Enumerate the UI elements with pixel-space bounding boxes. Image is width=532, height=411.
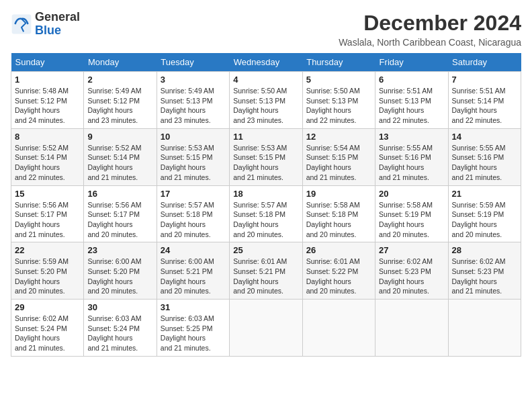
day-number: 27 <box>379 245 444 255</box>
day-number: 29 <box>15 302 80 312</box>
calendar-cell: 13 Sunrise: 5:55 AM Sunset: 5:16 PM Dayl… <box>375 128 448 185</box>
calendar-cell: 15 Sunrise: 5:56 AM Sunset: 5:17 PM Dayl… <box>11 185 84 242</box>
day-number: 13 <box>379 132 444 142</box>
day-info: Sunrise: 6:02 AM Sunset: 5:24 PM Dayligh… <box>15 314 80 353</box>
day-info: Sunrise: 6:03 AM Sunset: 5:25 PM Dayligh… <box>161 314 226 353</box>
calendar-cell: 18 Sunrise: 5:57 AM Sunset: 5:18 PM Dayl… <box>230 185 302 242</box>
calendar-cell: 20 Sunrise: 5:58 AM Sunset: 5:19 PM Dayl… <box>375 185 448 242</box>
day-info: Sunrise: 6:01 AM Sunset: 5:22 PM Dayligh… <box>306 257 371 296</box>
day-info: Sunrise: 5:51 AM Sunset: 5:14 PM Dayligh… <box>452 86 517 126</box>
day-info: Sunrise: 5:53 AM Sunset: 5:15 PM Dayligh… <box>233 143 298 183</box>
day-number: 1 <box>15 75 80 85</box>
calendar-cell: 1 Sunrise: 5:48 AM Sunset: 5:12 PM Dayli… <box>11 72 84 129</box>
calendar-cell: 25 Sunrise: 6:01 AM Sunset: 5:21 PM Dayl… <box>230 242 302 300</box>
calendar-cell: 10 Sunrise: 5:53 AM Sunset: 5:15 PM Dayl… <box>157 128 229 185</box>
page-header: General Blue December 2024 Waslala, Nort… <box>11 11 521 48</box>
day-info: Sunrise: 5:54 AM Sunset: 5:15 PM Dayligh… <box>306 143 371 183</box>
calendar-cell: 21 Sunrise: 5:59 AM Sunset: 5:19 PM Dayl… <box>448 185 521 242</box>
day-info: Sunrise: 5:57 AM Sunset: 5:18 PM Dayligh… <box>161 200 226 240</box>
logo-text: General Blue <box>35 11 80 38</box>
day-number: 4 <box>233 75 298 85</box>
day-info: Sunrise: 6:02 AM Sunset: 5:23 PM Dayligh… <box>379 257 444 296</box>
title-section: December 2024 Waslala, North Caribbean C… <box>339 11 521 48</box>
day-info: Sunrise: 5:51 AM Sunset: 5:13 PM Dayligh… <box>379 86 444 126</box>
day-number: 17 <box>161 189 226 199</box>
day-number: 3 <box>161 75 226 85</box>
day-number: 28 <box>452 245 517 255</box>
day-info: Sunrise: 5:52 AM Sunset: 5:14 PM Dayligh… <box>87 143 152 183</box>
day-number: 22 <box>15 245 80 255</box>
day-info: Sunrise: 5:56 AM Sunset: 5:17 PM Dayligh… <box>87 200 152 240</box>
calendar-cell: 30 Sunrise: 6:03 AM Sunset: 5:24 PM Dayl… <box>84 300 157 357</box>
calendar-cell: 14 Sunrise: 5:55 AM Sunset: 5:16 PM Dayl… <box>448 128 521 185</box>
day-number: 25 <box>233 245 298 255</box>
calendar-cell: 5 Sunrise: 5:50 AM Sunset: 5:13 PM Dayli… <box>302 72 375 129</box>
calendar-cell: 7 Sunrise: 5:51 AM Sunset: 5:14 PM Dayli… <box>448 72 521 129</box>
day-info: Sunrise: 5:55 AM Sunset: 5:16 PM Dayligh… <box>452 143 517 183</box>
location-subtitle: Waslala, North Caribbean Coast, Nicaragu… <box>339 37 521 48</box>
calendar-cell: 31 Sunrise: 6:03 AM Sunset: 5:25 PM Dayl… <box>157 300 229 357</box>
calendar-day-header: Saturday <box>448 53 521 72</box>
calendar-cell: 6 Sunrise: 5:51 AM Sunset: 5:13 PM Dayli… <box>375 72 448 129</box>
day-number: 5 <box>306 75 371 85</box>
day-number: 11 <box>233 132 298 142</box>
day-number: 20 <box>379 189 444 199</box>
day-info: Sunrise: 5:49 AM Sunset: 5:13 PM Dayligh… <box>161 86 226 126</box>
day-info: Sunrise: 6:02 AM Sunset: 5:23 PM Dayligh… <box>452 257 517 296</box>
day-info: Sunrise: 5:48 AM Sunset: 5:12 PM Dayligh… <box>15 86 80 126</box>
day-info: Sunrise: 5:59 AM Sunset: 5:19 PM Dayligh… <box>452 200 517 240</box>
day-number: 31 <box>161 302 226 312</box>
calendar-day-header: Wednesday <box>230 53 302 72</box>
day-number: 6 <box>379 75 444 85</box>
calendar-cell: 24 Sunrise: 6:00 AM Sunset: 5:21 PM Dayl… <box>157 242 229 300</box>
day-number: 26 <box>306 245 371 255</box>
day-number: 15 <box>15 189 80 199</box>
month-year-title: December 2024 <box>339 11 521 36</box>
day-info: Sunrise: 5:50 AM Sunset: 5:13 PM Dayligh… <box>306 86 371 126</box>
logo: General Blue <box>11 11 80 38</box>
calendar-cell: 16 Sunrise: 5:56 AM Sunset: 5:17 PM Dayl… <box>84 185 157 242</box>
calendar-cell: 19 Sunrise: 5:58 AM Sunset: 5:18 PM Dayl… <box>302 185 375 242</box>
calendar-cell: 17 Sunrise: 5:57 AM Sunset: 5:18 PM Dayl… <box>157 185 229 242</box>
calendar-day-header: Tuesday <box>157 53 229 72</box>
calendar-cell: 12 Sunrise: 5:54 AM Sunset: 5:15 PM Dayl… <box>302 128 375 185</box>
day-number: 24 <box>161 245 226 255</box>
day-number: 16 <box>87 189 152 199</box>
day-number: 30 <box>87 302 152 312</box>
svg-rect-0 <box>12 14 32 34</box>
calendar-cell <box>230 300 302 357</box>
logo-icon <box>11 13 32 35</box>
day-number: 12 <box>306 132 371 142</box>
day-info: Sunrise: 5:49 AM Sunset: 5:12 PM Dayligh… <box>87 86 152 126</box>
calendar-cell <box>448 300 521 357</box>
calendar-cell: 23 Sunrise: 6:00 AM Sunset: 5:20 PM Dayl… <box>84 242 157 300</box>
calendar-cell: 22 Sunrise: 5:59 AM Sunset: 5:20 PM Dayl… <box>11 242 84 300</box>
calendar-day-header: Thursday <box>302 53 375 72</box>
day-info: Sunrise: 6:00 AM Sunset: 5:21 PM Dayligh… <box>161 257 226 296</box>
calendar-cell: 29 Sunrise: 6:02 AM Sunset: 5:24 PM Dayl… <box>11 300 84 357</box>
calendar-day-header: Sunday <box>11 53 84 72</box>
calendar-cell: 11 Sunrise: 5:53 AM Sunset: 5:15 PM Dayl… <box>230 128 302 185</box>
day-info: Sunrise: 5:58 AM Sunset: 5:19 PM Dayligh… <box>379 200 444 240</box>
day-info: Sunrise: 5:50 AM Sunset: 5:13 PM Dayligh… <box>233 86 298 126</box>
day-number: 23 <box>87 245 152 255</box>
day-info: Sunrise: 6:03 AM Sunset: 5:24 PM Dayligh… <box>87 314 152 353</box>
calendar-cell: 2 Sunrise: 5:49 AM Sunset: 5:12 PM Dayli… <box>84 72 157 129</box>
calendar-table: SundayMondayTuesdayWednesdayThursdayFrid… <box>11 53 521 357</box>
day-info: Sunrise: 5:52 AM Sunset: 5:14 PM Dayligh… <box>15 143 80 183</box>
day-info: Sunrise: 5:53 AM Sunset: 5:15 PM Dayligh… <box>161 143 226 183</box>
day-number: 2 <box>87 75 152 85</box>
day-number: 7 <box>452 75 517 85</box>
calendar-day-header: Friday <box>375 53 448 72</box>
calendar-cell: 28 Sunrise: 6:02 AM Sunset: 5:23 PM Dayl… <box>448 242 521 300</box>
day-info: Sunrise: 5:55 AM Sunset: 5:16 PM Dayligh… <box>379 143 444 183</box>
day-info: Sunrise: 5:58 AM Sunset: 5:18 PM Dayligh… <box>306 200 371 240</box>
calendar-cell: 8 Sunrise: 5:52 AM Sunset: 5:14 PM Dayli… <box>11 128 84 185</box>
day-number: 19 <box>306 189 371 199</box>
day-number: 18 <box>233 189 298 199</box>
calendar-cell <box>302 300 375 357</box>
day-info: Sunrise: 5:57 AM Sunset: 5:18 PM Dayligh… <box>233 200 298 240</box>
day-number: 9 <box>87 132 152 142</box>
day-info: Sunrise: 6:01 AM Sunset: 5:21 PM Dayligh… <box>233 257 298 296</box>
calendar-cell: 26 Sunrise: 6:01 AM Sunset: 5:22 PM Dayl… <box>302 242 375 300</box>
